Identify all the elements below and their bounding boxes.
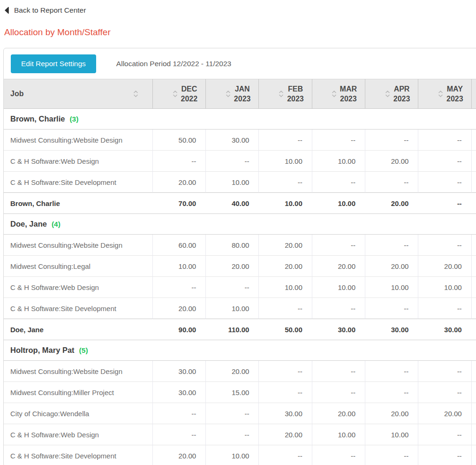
column-header-may-2023[interactable]: MAY2023 (418, 79, 471, 109)
allocation-value-cell: -- (418, 424, 471, 445)
job-allocation-row: Midwest Consulting:Website Design60.0080… (4, 235, 476, 256)
allocation-value-cell: -- (365, 361, 418, 382)
allocation-value-cell: -- (312, 445, 365, 465)
allocation-value-cell: 20.00 (205, 256, 258, 277)
allocation-value-cell: -- (418, 445, 471, 465)
staffer-total-row: Doe, Jane90.00110.0050.0030.0030.0030.00 (4, 319, 476, 340)
job-name-cell: City of Chicago:Wendella (4, 403, 152, 424)
job-name-cell: Midwest Consulting:Legal (4, 256, 152, 277)
job-name-cell: Midwest Consulting:Miller Project (4, 382, 152, 403)
allocation-value-cell: -- (258, 361, 311, 382)
allocation-value-cell: 70.00 (152, 193, 205, 214)
back-to-report-center-link[interactable]: Back to Report Center (0, 0, 86, 15)
column-header-feb-2023[interactable]: FEB2023 (258, 79, 311, 109)
allocation-value-cell: -- (418, 151, 471, 172)
allocation-value-cell: 30.00 (152, 361, 205, 382)
sort-icon[interactable] (279, 89, 284, 99)
allocation-value-cell: 20.00 (152, 172, 205, 193)
allocation-value-cell: -- (258, 130, 311, 151)
month-header-label: DEC2022 (181, 84, 198, 104)
staffer-total-label: Doe, Jane (4, 319, 152, 340)
allocation-value-cell: 10.00 (205, 172, 258, 193)
column-header-apr-2023[interactable]: APR2023 (365, 79, 418, 109)
allocation-value-cell: -- (205, 403, 258, 424)
allocation-value-cell: -- (312, 172, 365, 193)
month-header-label: MAY2023 (446, 84, 463, 104)
column-header-job[interactable]: Job (4, 79, 152, 109)
allocation-value-cell: 30.00 (152, 382, 205, 403)
allocation-value-cell: -- (152, 424, 205, 445)
job-name-cell: C & H Software:Site Development (4, 172, 152, 193)
allocation-value-cell: -- (418, 382, 471, 403)
allocation-value-cell: 30.00 (258, 403, 311, 424)
report-card: Edit Report Settings Allocation Period 1… (3, 48, 476, 465)
edit-report-settings-button[interactable]: Edit Report Settings (11, 54, 96, 73)
allocation-value-cell: -- (258, 172, 311, 193)
staffer-name: Holtrop, Mary Pat (10, 346, 75, 354)
column-header-mar-2023[interactable]: MAR2023 (312, 79, 365, 109)
allocation-value-cell: -- (312, 382, 365, 403)
job-allocation-row: Midwest Consulting:Miller Project30.0015… (4, 382, 476, 403)
allocation-value-cell: 20.00 (152, 445, 205, 465)
allocation-value-cell: 20.00 (152, 298, 205, 319)
column-header-jan-2023[interactable]: JAN2023 (205, 79, 258, 109)
job-name-cell: Midwest Consulting:Website Design (4, 235, 152, 256)
allocation-value-cell: -- (205, 151, 258, 172)
column-header-next-partial[interactable] (471, 79, 476, 109)
job-allocation-row: C & H Software:Site Development20.0010.0… (4, 172, 476, 193)
allocation-value-cell: 10.00 (312, 151, 365, 172)
allocation-value-cell: 20.00 (258, 235, 311, 256)
table-header-row: Job DEC2022JAN2023FEB2023MAR2023APR2023M… (4, 79, 476, 109)
staffer-name: Brown, Charlie (10, 114, 65, 123)
allocation-value-cell: 20.00 (258, 256, 311, 277)
sort-icon[interactable] (226, 89, 231, 99)
allocation-value-cell: 10.00 (258, 151, 311, 172)
sort-icon[interactable] (385, 89, 390, 99)
job-name-cell: C & H Software:Web Design (4, 424, 152, 445)
sort-icon[interactable] (332, 89, 337, 99)
staffer-group-header-row: Brown, Charlie(3) (4, 109, 476, 130)
allocation-value-cell: -- (365, 298, 418, 319)
allocation-value-cell: 30.00 (418, 319, 471, 340)
allocation-period-label: Allocation Period 12/2022 - 11/2023 (116, 60, 231, 68)
allocation-value-cell: 60.00 (152, 235, 205, 256)
sort-icon[interactable] (438, 89, 443, 99)
column-header-dec-2022[interactable]: DEC2022 (152, 79, 205, 109)
allocation-value-cell: -- (418, 193, 471, 214)
allocation-value-cell: -- (312, 298, 365, 319)
page-title: Allocation by Month/Staffer (4, 27, 476, 38)
job-name-cell: C & H Software:Site Development (4, 298, 152, 319)
staffer-group-header-row: Doe, Jane(4) (4, 214, 476, 235)
report-toolbar: Edit Report Settings Allocation Period 1… (4, 48, 476, 79)
allocation-value-cell: 20.00 (365, 151, 418, 172)
back-arrow-icon (4, 7, 9, 14)
job-allocation-row: City of Chicago:Wendella----30.0020.0020… (4, 403, 476, 424)
allocation-value-cell: -- (365, 445, 418, 465)
staffer-job-count-badge: (5) (79, 346, 88, 354)
allocation-value-cell: -- (365, 235, 418, 256)
staffer-total-row: Brown, Charlie70.0040.0010.0010.0020.00-… (4, 193, 476, 214)
job-name-cell: C & H Software:Web Design (4, 151, 152, 172)
allocation-value-cell: 110.00 (205, 319, 258, 340)
allocation-value-cell: 50.00 (258, 319, 311, 340)
sort-icon[interactable] (173, 89, 178, 99)
allocation-value-cell: 20.00 (205, 361, 258, 382)
allocation-value-cell: -- (205, 424, 258, 445)
job-header-label: Job (10, 90, 23, 98)
partial-column-cell (471, 130, 476, 151)
allocation-value-cell: 15.00 (205, 382, 258, 403)
allocation-value-cell: -- (418, 172, 471, 193)
partial-column-cell (471, 382, 476, 403)
allocation-value-cell: 10.00 (365, 277, 418, 298)
partial-column-cell (471, 298, 476, 319)
allocation-value-cell: 10.00 (205, 445, 258, 465)
allocation-value-cell: -- (365, 130, 418, 151)
allocation-value-cell: 10.00 (152, 256, 205, 277)
allocation-value-cell: -- (418, 361, 471, 382)
sort-icon[interactable] (133, 89, 138, 99)
staffer-job-count-badge: (3) (69, 115, 78, 123)
job-allocation-row: Midwest Consulting:Legal10.0020.0020.002… (4, 256, 476, 277)
allocation-value-cell: 40.00 (205, 193, 258, 214)
job-allocation-row: C & H Software:Web Design----10.0010.001… (4, 277, 476, 298)
allocation-value-cell: -- (418, 235, 471, 256)
